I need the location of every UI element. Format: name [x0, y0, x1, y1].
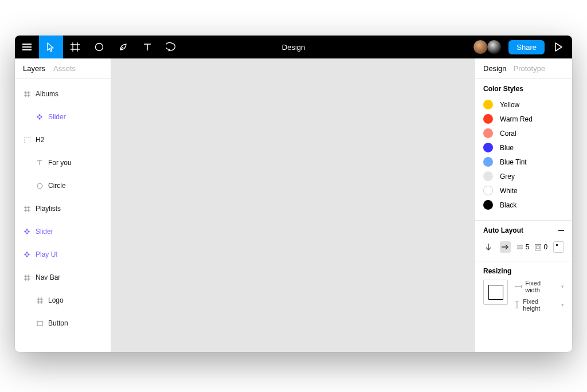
section-resizing: Resizing Fixed width ▾ Fixed heigh — [475, 261, 572, 320]
color-styles-title: Color Styles — [483, 85, 564, 93]
height-mode-label: Fixed height — [523, 298, 557, 312]
swatch-icon — [483, 171, 493, 181]
layer-for-you[interactable]: For you — [15, 151, 111, 174]
ellipse-icon — [36, 182, 44, 190]
layer-slider-2[interactable]: Slider — [15, 220, 111, 243]
avatar-user-2[interactable] — [487, 40, 502, 54]
layer-label: Logo — [48, 296, 64, 304]
chevron-down-icon: ▾ — [561, 302, 564, 308]
text-tool[interactable] — [135, 36, 159, 58]
play-icon — [554, 42, 562, 52]
alignment-button[interactable] — [553, 241, 564, 253]
direction-vertical-button[interactable] — [483, 241, 494, 253]
height-icon — [515, 301, 519, 308]
layer-label: Circle — [48, 182, 66, 190]
chevron-down-icon: ▾ — [561, 284, 564, 289]
layers-list: Albums Slider H2 For you Circle — [15, 79, 111, 352]
tab-layers[interactable]: Layers — [23, 64, 45, 73]
direction-horizontal-button[interactable] — [500, 241, 511, 253]
remove-auto-layout-button[interactable] — [558, 230, 564, 231]
color-style-coral[interactable]: Coral — [483, 126, 564, 140]
present-button[interactable] — [548, 42, 569, 52]
tab-assets[interactable]: Assets — [53, 64, 76, 73]
tab-design[interactable]: Design — [483, 64, 506, 73]
svg-rect-3 — [37, 321, 42, 326]
canvas[interactable] — [111, 58, 475, 352]
layer-slider-1[interactable]: Slider — [15, 105, 111, 128]
swatch-icon — [483, 186, 493, 195]
component-icon — [23, 250, 31, 258]
color-style-grey[interactable]: Grey — [483, 169, 564, 183]
padding-value: 0 — [543, 243, 547, 251]
color-name: Yellow — [500, 101, 519, 109]
layer-logo[interactable]: Logo — [15, 289, 111, 312]
resize-preview[interactable] — [483, 280, 508, 305]
color-style-blue[interactable]: Blue — [483, 140, 564, 155]
left-panel: Layers Assets Albums Slider H2 — [15, 58, 111, 352]
rectangle-icon — [36, 319, 44, 327]
padding-field[interactable]: 0 — [535, 243, 547, 251]
layer-play-ui[interactable]: Play UI — [15, 243, 111, 266]
auto-layout-title: Auto Layout — [483, 226, 523, 234]
color-style-white[interactable]: White — [483, 183, 564, 198]
move-tool[interactable] — [39, 36, 63, 58]
left-panel-tabs: Layers Assets — [15, 58, 111, 79]
menu-button[interactable] — [15, 36, 39, 58]
layer-albums[interactable]: Albums — [15, 83, 111, 105]
layer-label: For you — [48, 159, 72, 167]
svg-point-0 — [96, 44, 103, 51]
color-style-blue-tint[interactable]: Blue Tint — [483, 155, 564, 169]
color-name: Warm Red — [500, 115, 533, 123]
toolbar-right: Share — [473, 36, 572, 58]
width-mode-dropdown[interactable]: Fixed width ▾ — [515, 280, 564, 293]
color-name: Coral — [500, 130, 516, 138]
top-toolbar: Design Share — [15, 36, 572, 58]
layer-playlists[interactable]: Playlists — [15, 197, 111, 220]
avatar-user-1[interactable] — [473, 40, 488, 54]
layer-label: Nav Bar — [36, 273, 60, 281]
layer-label: Play UI — [36, 250, 58, 258]
section-auto-layout: Auto Layout 5 — [475, 221, 572, 261]
right-panel: Design Prototype Color Styles Yellow War… — [475, 58, 572, 352]
frame-tool[interactable] — [63, 36, 87, 58]
pen-icon — [119, 42, 128, 52]
tab-prototype[interactable]: Prototype — [513, 64, 545, 73]
circle-icon — [95, 42, 104, 52]
color-style-yellow[interactable]: Yellow — [483, 97, 564, 112]
svg-rect-6 — [537, 246, 539, 249]
layer-nav-bar[interactable]: Nav Bar — [15, 266, 111, 289]
color-name: Grey — [500, 173, 515, 181]
align-top-left-icon — [555, 244, 562, 250]
height-mode-dropdown[interactable]: Fixed height ▾ — [515, 298, 564, 312]
comment-icon — [166, 42, 177, 52]
frame-icon — [36, 296, 44, 304]
layer-button[interactable]: Button — [15, 312, 111, 335]
text-icon — [143, 43, 151, 51]
frame-icon — [23, 205, 31, 213]
ellipse-tool[interactable] — [87, 36, 111, 58]
section-color-styles: Color Styles Yellow Warm Red Coral Blue … — [475, 79, 572, 221]
color-name: Blue Tint — [500, 158, 527, 166]
component-icon — [23, 228, 31, 236]
width-icon — [515, 284, 522, 289]
right-panel-tabs: Design Prototype — [475, 58, 572, 79]
width-mode-label: Fixed width — [525, 280, 557, 293]
cursor-icon — [47, 42, 55, 52]
tool-group-left — [15, 36, 183, 58]
share-button[interactable]: Share — [508, 40, 545, 54]
color-style-warm-red[interactable]: Warm Red — [483, 112, 564, 126]
minus-icon — [558, 230, 564, 231]
layer-label: Slider — [36, 228, 53, 236]
swatch-icon — [483, 114, 493, 124]
spacing-field[interactable]: 5 — [516, 243, 530, 251]
text-icon — [36, 159, 44, 167]
layer-label: H2 — [36, 136, 44, 144]
layer-h2[interactable]: H2 — [15, 128, 111, 151]
color-style-black[interactable]: Black — [483, 198, 564, 212]
svg-point-2 — [37, 183, 42, 189]
padding-icon — [535, 244, 541, 250]
comment-tool[interactable] — [159, 36, 183, 58]
pen-tool[interactable] — [111, 36, 135, 58]
layer-circle[interactable]: Circle — [15, 174, 111, 197]
swatch-icon — [483, 128, 493, 138]
